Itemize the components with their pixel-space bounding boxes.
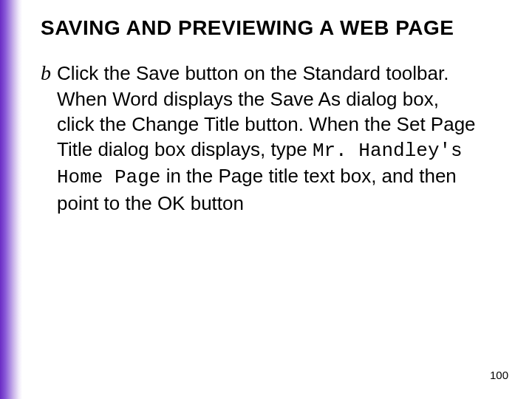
page-number: 100 — [490, 369, 508, 381]
bullet-icon: b — [41, 61, 51, 83]
bullet-item: b Click the Save button on the Standard … — [41, 61, 477, 216]
slide-title: SAVING AND PREVIEWING A WEB PAGE — [41, 16, 510, 40]
accent-bar — [0, 0, 22, 399]
body-text: Click the Save button on the Standard to… — [57, 61, 477, 216]
slide-content: SAVING AND PREVIEWING A WEB PAGE b Click… — [41, 16, 510, 386]
